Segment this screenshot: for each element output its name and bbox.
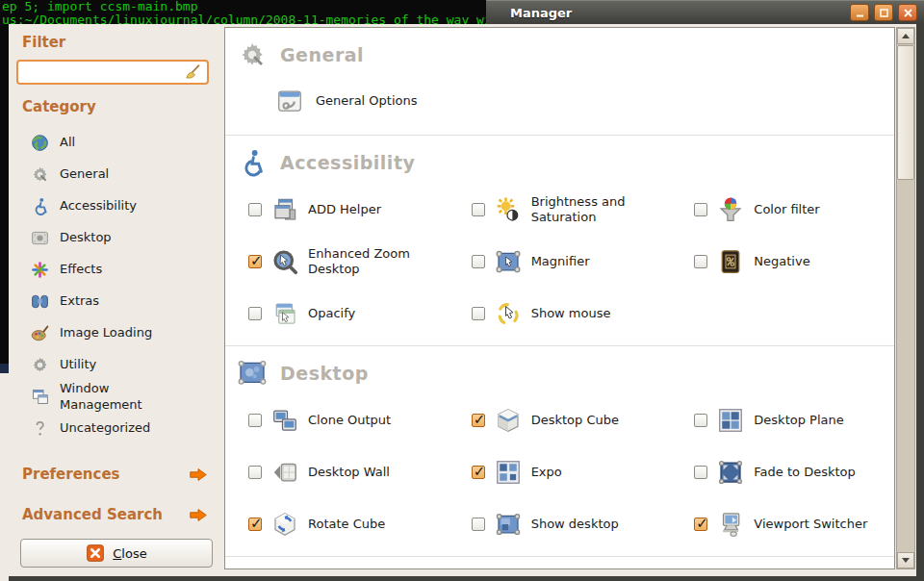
- category-item-image-loading[interactable]: Image Loading: [9, 317, 224, 349]
- filter-field[interactable]: [16, 60, 209, 85]
- category-item-all[interactable]: All: [9, 127, 224, 159]
- preferences-link[interactable]: Preferences: [9, 466, 224, 483]
- plugin-label: Show mouse: [531, 306, 611, 321]
- opacify-checkbox[interactable]: [248, 307, 262, 320]
- category-item-uncategorized[interactable]: Uncategorized: [9, 413, 224, 444]
- plugin-label: Expo: [531, 465, 562, 480]
- enhanced-zoom-desktop-checkbox[interactable]: [248, 255, 262, 268]
- terminal-line-1: ep 5; import ccsm-main.bmp: [0, 0, 486, 13]
- plugin-color-filter[interactable]: Color filter: [671, 184, 894, 236]
- category-item-accessibility[interactable]: Accessibility: [9, 190, 224, 222]
- category-item-utility[interactable]: Utility: [9, 349, 224, 381]
- clone-output-checkbox[interactable]: [248, 414, 262, 427]
- zoom-lens-icon: [270, 247, 299, 276]
- close-button[interactable]: Close: [20, 539, 213, 568]
- plugin-label: Magnifier: [531, 254, 590, 269]
- plugin-magnifier[interactable]: Magnifier: [449, 236, 672, 288]
- close-icon: [903, 8, 913, 18]
- add-helper-checkbox[interactable]: [248, 203, 262, 216]
- plugin-label: Opacify: [308, 306, 355, 321]
- plugin-label: Enhanced Zoom Desktop: [308, 246, 431, 278]
- desktop-cube-checkbox[interactable]: [472, 414, 485, 427]
- plugin-desktop-plane[interactable]: Desktop Plane: [671, 394, 894, 446]
- plugin-label: Negative: [754, 254, 809, 269]
- plugin-enhanced-zoom-desktop[interactable]: Enhanced Zoom Desktop: [225, 236, 449, 288]
- gear-large-icon: [237, 39, 268, 70]
- accessibility-icon: [30, 196, 50, 216]
- section-accessibility: Accessibility ADD Helper: [225, 136, 894, 346]
- category-item-effects[interactable]: Effects: [9, 254, 224, 286]
- scroll-down-button[interactable]: [897, 552, 914, 568]
- fade-to-desktop-checkbox[interactable]: [694, 466, 707, 479]
- plugin-negative[interactable]: Negative: [671, 236, 894, 288]
- filter-heading: Filter: [22, 34, 224, 51]
- close-window-button[interactable]: [898, 4, 917, 21]
- plugin-desktop-cube[interactable]: Desktop Cube: [449, 394, 672, 446]
- plugin-add-helper[interactable]: ADD Helper: [225, 184, 449, 236]
- globe-icon: [30, 133, 50, 153]
- question-icon: [30, 418, 50, 439]
- viewport-monitor-icon: [716, 510, 745, 539]
- plugin-desktop-wall[interactable]: Desktop Wall: [225, 446, 449, 498]
- close-x-icon: [86, 543, 105, 563]
- clone-screens-icon: [270, 406, 299, 435]
- expo-checkbox[interactable]: [472, 466, 485, 479]
- close-label: Close: [113, 546, 146, 561]
- viewport-switcher-checkbox[interactable]: [694, 518, 707, 531]
- category-item-general[interactable]: General: [9, 159, 224, 190]
- terminal-bottom-edge: [0, 364, 9, 373]
- vertical-scrollbar[interactable]: [896, 27, 915, 569]
- plugin-brightness-saturation[interactable]: Brightness and Saturation: [449, 184, 672, 236]
- category-label: General: [60, 166, 109, 182]
- arrow-right-icon: [188, 508, 209, 522]
- plugin-show-mouse[interactable]: Show mouse: [449, 288, 672, 340]
- plugin-opacify[interactable]: Opacify: [225, 288, 449, 340]
- section-general: General General Options: [225, 28, 894, 136]
- broom-icon[interactable]: [182, 63, 202, 83]
- arrow-down-icon: [902, 558, 910, 563]
- scroll-up-button[interactable]: [897, 28, 914, 44]
- show-desktop-checkbox[interactable]: [472, 518, 485, 531]
- section-title: Desktop: [280, 363, 369, 384]
- plugin-general-options[interactable]: General Options: [275, 87, 894, 115]
- category-label: Effects: [60, 262, 102, 277]
- maximize-button[interactable]: [874, 4, 893, 21]
- plugin-label: ADD Helper: [308, 202, 381, 217]
- plugin-fade-to-desktop[interactable]: Fade to Desktop: [671, 446, 894, 498]
- sun-contrast-icon: [494, 195, 523, 224]
- scrollbar-thumb[interactable]: [897, 45, 914, 180]
- category-item-desktop[interactable]: Desktop: [9, 222, 224, 254]
- negative-checkbox[interactable]: [694, 255, 707, 268]
- desktop-wall-checkbox[interactable]: [248, 466, 262, 479]
- fade-square-icon: [716, 458, 745, 487]
- advanced-search-link[interactable]: Advanced Search: [9, 506, 224, 523]
- magnifier-checkbox[interactable]: [472, 255, 485, 268]
- terminal-edge: [0, 25, 9, 364]
- advanced-search-label: Advanced Search: [22, 506, 163, 523]
- plugin-rotate-cube[interactable]: Rotate Cube: [225, 498, 449, 550]
- translucent-windows-icon: [270, 299, 299, 328]
- rotate-cube-icon: [270, 510, 299, 539]
- category-label: Accessibility: [60, 198, 137, 214]
- minimize-button[interactable]: [850, 4, 869, 21]
- plugin-label: Show desktop: [531, 517, 619, 532]
- plugin-clone-output[interactable]: Clone Output: [225, 394, 449, 446]
- show-mouse-checkbox[interactable]: [472, 307, 485, 320]
- gear-icon: [30, 355, 50, 375]
- plugin-viewport-switcher[interactable]: Viewport Switcher: [671, 498, 894, 550]
- rotate-cube-checkbox[interactable]: [248, 518, 262, 531]
- window-titlebar[interactable]: Manager: [486, 0, 924, 24]
- preferences-label: Preferences: [22, 466, 120, 483]
- desktop-plane-checkbox[interactable]: [694, 414, 707, 427]
- accessibility-icon: [237, 147, 268, 178]
- palette-icon: [30, 323, 50, 343]
- window-right-border: [916, 24, 924, 581]
- filter-input[interactable]: [22, 65, 182, 80]
- color-filter-checkbox[interactable]: [694, 203, 707, 216]
- category-item-window-management[interactable]: Window Management: [9, 381, 224, 413]
- brightness-saturation-checkbox[interactable]: [472, 203, 485, 216]
- category-item-extras[interactable]: Extras: [9, 286, 224, 317]
- plugin-show-desktop[interactable]: Show desktop: [449, 498, 672, 550]
- plugin-expo[interactable]: Expo: [449, 446, 672, 498]
- maximize-icon: [879, 8, 889, 18]
